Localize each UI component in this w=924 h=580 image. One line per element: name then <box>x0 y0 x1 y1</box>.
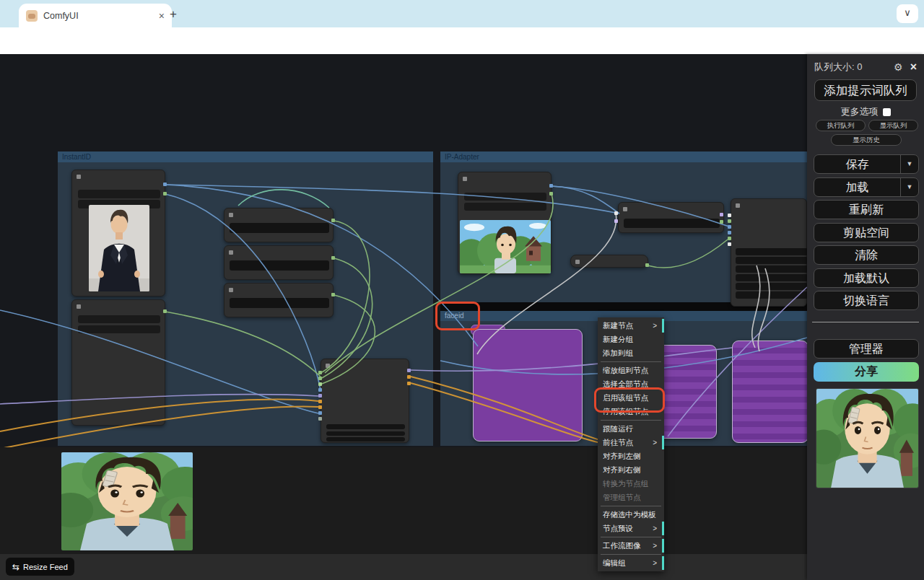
show-queue-button[interactable]: 显示队列 <box>868 120 918 131</box>
tab-search-chevron-button[interactable]: ∨ <box>897 4 918 23</box>
menu-item-save-selection-as-template[interactable]: 存储选中为模板 <box>598 508 664 522</box>
feed-bottom-bar <box>0 554 807 580</box>
browser-tab-strip: ComfyUI × + ∨ <box>0 0 924 27</box>
queue-prompt-button[interactable]: 添加提示词队列 <box>814 79 917 101</box>
resize-feed-button[interactable]: ⇆ Resize Feed <box>6 558 74 576</box>
load-default-button[interactable]: 加载默认 <box>814 268 919 288</box>
menu-item-node-presets[interactable]: 节点预设> <box>598 522 664 535</box>
refresh-button[interactable]: 重刷新 <box>814 200 919 219</box>
extra-options-label: 更多选项 <box>841 105 879 118</box>
submenu-arrow-icon: > <box>653 539 657 553</box>
menu-divider <box>601 506 661 506</box>
browser-tab-comfyui[interactable]: ComfyUI × <box>19 4 172 27</box>
submenu-arrow-icon: > <box>653 522 657 535</box>
menu-item-align-left[interactable]: 对齐到左侧 <box>598 449 664 463</box>
tab-close-icon[interactable]: × <box>159 10 165 22</box>
panel-close-icon[interactable]: × <box>910 61 917 74</box>
browser-toolbar: ← → ↻ gracexiiii-shyt7svflcwt.gear-c1.op… <box>0 27 924 54</box>
menu-item-convert-to-node-group[interactable]: 转换为节点组 <box>598 477 664 491</box>
menu-item-manage-group-nodes[interactable]: 管理组节点 <box>598 491 664 504</box>
feed-output-image[interactable] <box>61 452 193 550</box>
menu-item-follow-execution[interactable]: 跟随运行 <box>598 422 664 436</box>
clipspace-button[interactable]: 剪贴空间 <box>814 223 919 242</box>
queue-header-row: 队列大小: 0 ⚙ × <box>814 61 917 74</box>
queue-size-label: 队列大小: 0 <box>814 61 894 74</box>
show-history-button[interactable]: 显示历史 <box>831 134 902 146</box>
save-dropdown-icon[interactable]: ▼ <box>900 155 918 173</box>
resize-feed-label: Resize Feed <box>23 563 68 571</box>
manager-button[interactable]: 管理器 <box>814 339 919 359</box>
menu-item-edit-group[interactable]: 编辑组> <box>598 556 664 570</box>
resize-icon: ⇆ <box>12 562 19 572</box>
comfyui-browser-window: ComfyUI × + ∨ ← → ↻ gracexiiii-shyt7svfl… <box>0 0 924 580</box>
menu-divider <box>601 537 661 537</box>
load-button[interactable]: 加载 ▼ <box>814 177 919 197</box>
clear-button[interactable]: 清除 <box>814 245 919 265</box>
submenu-arrow-icon: > <box>653 556 657 570</box>
menu-divider <box>601 361 661 362</box>
menu-item-new-group[interactable]: 新建分组 <box>598 333 664 346</box>
comfyui-favicon <box>26 10 38 22</box>
switch-language-button[interactable]: 切换语言 <box>814 291 919 310</box>
run-queue-button[interactable]: 执行队列 <box>816 120 866 131</box>
menu-item-go-to-node[interactable]: 前往节点> <box>598 436 664 449</box>
extra-options-row: 更多选项 <box>807 105 924 118</box>
wires-layer <box>0 185 807 449</box>
extra-options-checkbox[interactable] <box>883 108 891 116</box>
menu-item-fit-group-to-nodes[interactable]: 缩放组到节点 <box>598 364 664 377</box>
tab-title: ComfyUI <box>43 11 159 21</box>
sidebar-divider <box>812 322 919 322</box>
annotation-box-enable-group-nodes <box>594 387 665 413</box>
menu-divider <box>601 554 661 555</box>
new-tab-button[interactable]: + <box>165 6 182 23</box>
settings-gear-icon[interactable]: ⚙ <box>894 61 903 73</box>
menu-item-new-node[interactable]: 新建节点> <box>598 319 664 333</box>
menu-divider <box>601 420 661 421</box>
menu-item-add-to-group[interactable]: 添加到组 <box>598 346 664 360</box>
save-button[interactable]: 保存 ▼ <box>814 154 919 174</box>
comfyui-menu-panel: 队列大小: 0 ⚙ × 添加提示词队列 更多选项 执行队列 显示队列 显示历史 … <box>807 54 924 580</box>
load-dropdown-icon[interactable]: ▼ <box>900 178 918 196</box>
submenu-arrow-icon: > <box>653 436 657 449</box>
menu-item-align-right[interactable]: 对齐到右侧 <box>598 463 664 477</box>
sidebar-preview-image[interactable] <box>816 388 919 488</box>
share-button[interactable]: 分享 <box>814 362 919 382</box>
annotation-box-faceid-label <box>435 302 480 330</box>
image-feed-panel <box>0 447 807 554</box>
submenu-arrow-icon: > <box>653 319 657 333</box>
menu-item-workflow-image[interactable]: 工作流图像> <box>598 539 664 553</box>
canvas-context-menu: 新建节点> 新建分组 添加到组 缩放组到节点 选择全部节点 启用该组节点 停用该… <box>598 317 664 571</box>
